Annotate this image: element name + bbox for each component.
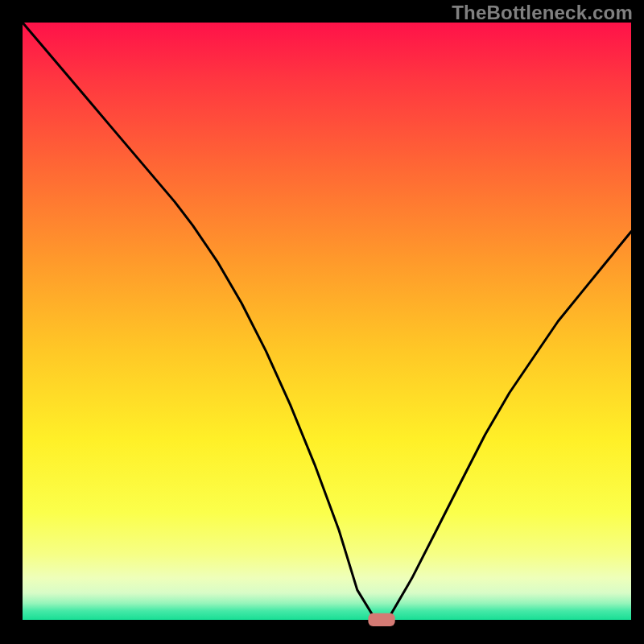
bottleneck-chart	[0, 0, 644, 644]
watermark-text: TheBottleneck.com	[452, 2, 633, 24]
plot-background	[23, 23, 631, 620]
optimal-point-marker	[368, 613, 394, 626]
chart-frame: { "watermark": "TheBottleneck.com", "col…	[0, 0, 644, 644]
